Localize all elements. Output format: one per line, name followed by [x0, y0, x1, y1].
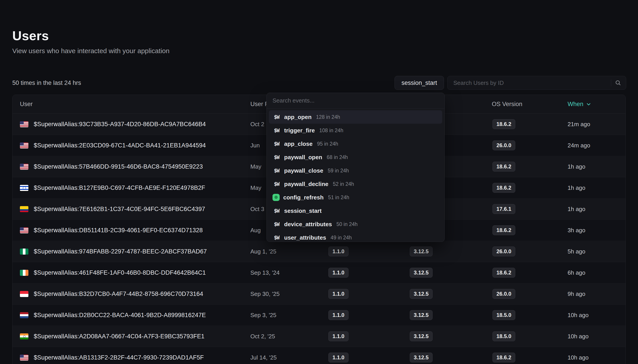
- table-row[interactable]: $SuperwallAlias:AB1313F2-2B2F-44C7-9930-…: [13, 347, 625, 364]
- table-row[interactable]: $SuperwallAlias:D2B0CC22-BACA-4061-9B2D-…: [13, 304, 625, 326]
- os-version-cell: 26.0.0: [463, 140, 545, 150]
- country-flag: [20, 248, 28, 254]
- page-title: Users: [12, 28, 169, 43]
- user-cell: $SuperwallAlias:B32D7CB0-A4F7-44B2-8758-…: [13, 290, 250, 298]
- search-events-input[interactable]: [272, 97, 439, 104]
- user-when: 24m ago: [545, 142, 625, 149]
- superwall-logo-icon: [272, 220, 280, 228]
- event-option[interactable]: user_attributes 49 in 24h: [269, 231, 442, 242]
- events-list: app_open 128 in 24h trigger_fire 108 in …: [267, 108, 444, 242]
- os-version-cell: 18.5.0: [463, 332, 545, 341]
- user-id: $SuperwallAlias:461F48FE-1AF0-46B0-8DBC-…: [34, 269, 206, 276]
- events-dropdown: app_open 128 in 24h trigger_fire 108 in …: [266, 93, 445, 242]
- user-search-box: [447, 76, 626, 90]
- os-version-cell: 18.6.2: [463, 225, 545, 235]
- event-option[interactable]: trigger_fire 108 in 24h: [269, 124, 442, 137]
- os-version-badge: 18.5.0: [492, 310, 515, 320]
- event-count: 108 in 24h: [319, 128, 343, 134]
- sdk-version-badge: 3.12.5: [410, 289, 433, 299]
- sdk-version-cell: 3.12.5: [380, 246, 463, 256]
- event-label: session_start: [284, 208, 322, 214]
- search-users-input[interactable]: [453, 80, 608, 86]
- user-when: 5h ago: [545, 248, 625, 255]
- event-option[interactable]: paywall_close 59 in 24h: [269, 164, 442, 177]
- sdk-version-badge: 3.12.5: [410, 310, 433, 320]
- country-flag: [20, 164, 28, 170]
- header-when[interactable]: When: [545, 101, 625, 108]
- app-version-badge: 1.1.0: [329, 268, 348, 278]
- search-divider: [611, 80, 611, 86]
- os-version-badge: 26.0.0: [492, 140, 515, 150]
- event-label: paywall_decline: [284, 181, 329, 188]
- header-os-version: OS Version: [463, 101, 545, 108]
- os-version-badge: 18.6.2: [492, 268, 515, 278]
- event-label: config_refresh: [283, 194, 324, 201]
- chevron-down-icon: [586, 102, 591, 107]
- event-filter-button[interactable]: session_start: [395, 76, 444, 90]
- event-count: 49 in 24h: [331, 235, 352, 241]
- user-when: 10h ago: [545, 354, 625, 361]
- user-first-seen: Sep 13, '24: [250, 269, 297, 276]
- country-flag: [20, 334, 28, 340]
- sdk-version-cell: 3.12.5: [380, 289, 463, 299]
- table-row[interactable]: $SuperwallAlias:974BFABB-2297-4787-BEEC-…: [13, 241, 625, 262]
- os-version-badge: 18.6.2: [492, 352, 515, 362]
- sdk-version-badge: 3.12.5: [410, 268, 433, 278]
- config-refresh-icon: [272, 194, 280, 201]
- user-cell: $SuperwallAlias:A2D08AA7-0667-4C04-A7F3-…: [13, 333, 250, 340]
- user-id: $SuperwallAlias:57B466DD-9915-46D6-BAC8-…: [34, 163, 203, 170]
- user-when: 10h ago: [545, 312, 625, 319]
- country-flag: [20, 354, 28, 361]
- event-count: 50 in 24h: [337, 221, 358, 227]
- country-flag: [20, 121, 28, 127]
- country-flag: [20, 227, 28, 233]
- user-first-seen: Sep 3, '25: [250, 312, 297, 319]
- user-cell: $SuperwallAlias:461F48FE-1AF0-46B0-8DBC-…: [13, 269, 250, 276]
- superwall-logo-icon: [272, 166, 280, 175]
- user-when: 21m ago: [545, 121, 625, 128]
- event-option[interactable]: device_attributes 50 in 24h: [269, 218, 442, 231]
- event-option[interactable]: app_open 128 in 24h: [269, 110, 442, 124]
- os-version-cell: 18.6.2: [463, 352, 545, 362]
- user-cell: $SuperwallAlias:AB1313F2-2B2F-44C7-9930-…: [13, 354, 250, 361]
- event-count: 128 in 24h: [316, 114, 340, 120]
- table-row[interactable]: $SuperwallAlias:A2D08AA7-0667-4C04-A7F3-…: [13, 326, 625, 347]
- event-label: user_attributes: [284, 234, 326, 241]
- event-label: app_open: [284, 114, 312, 120]
- event-option[interactable]: session_start: [269, 204, 442, 218]
- event-option[interactable]: app_close 95 in 24h: [269, 137, 442, 150]
- user-cell: $SuperwallAlias:93C73B35-A937-4D20-86DB-…: [13, 121, 250, 128]
- event-label: app_close: [284, 140, 312, 148]
- search-icon[interactable]: [615, 80, 621, 86]
- event-option[interactable]: paywall_open 68 in 24h: [269, 150, 442, 164]
- event-option[interactable]: paywall_decline 52 in 24h: [269, 177, 442, 191]
- user-first-seen: Sep 30, '25: [250, 290, 297, 298]
- os-version-badge: 18.6.2: [492, 225, 515, 235]
- os-version-cell: 18.5.0: [463, 310, 545, 320]
- user-first-seen: Jul 14, '25: [250, 354, 297, 361]
- event-count: 59 in 24h: [328, 168, 349, 174]
- user-first-seen: Aug 1, '25: [250, 248, 297, 255]
- user-cell: $SuperwallAlias:B127E9B0-C697-4CFB-AE9E-…: [13, 184, 250, 192]
- os-version-badge: 18.6.2: [492, 162, 515, 172]
- superwall-logo-icon: [272, 113, 280, 121]
- user-id: $SuperwallAlias:A2D08AA7-0667-4C04-A7F3-…: [34, 333, 205, 340]
- table-row[interactable]: $SuperwallAlias:461F48FE-1AF0-46B0-8DBC-…: [13, 262, 625, 284]
- user-id: $SuperwallAlias:DB51141B-2C39-4061-9EF0-…: [34, 227, 203, 234]
- user-id: $SuperwallAlias:974BFABB-2297-4787-BEEC-…: [34, 248, 207, 255]
- app-version-badge: 1.1.0: [329, 289, 348, 299]
- user-when: 10h ago: [545, 333, 625, 340]
- app-version-cell: 1.1.0: [297, 268, 380, 278]
- user-cell: $SuperwallAlias:DB51141B-2C39-4061-9EF0-…: [13, 227, 250, 234]
- user-id: $SuperwallAlias:B127E9B0-C697-4CFB-AE9E-…: [34, 184, 205, 192]
- table-row[interactable]: $SuperwallAlias:B32D7CB0-A4F7-44B2-8758-…: [13, 284, 625, 304]
- country-flag: [20, 270, 28, 276]
- country-flag: [20, 142, 28, 148]
- sdk-version-badge: 3.12.5: [410, 352, 433, 362]
- os-version-badge: 18.6.2: [492, 119, 515, 129]
- event-option[interactable]: config_refresh 51 in 24h: [269, 191, 442, 204]
- app-version-badge: 1.1.0: [329, 310, 348, 320]
- user-id: $SuperwallAlias:D2B0CC22-BACA-4061-9B2D-…: [34, 312, 206, 319]
- country-flag: [20, 312, 28, 318]
- sdk-version-badge: 3.12.5: [410, 332, 433, 341]
